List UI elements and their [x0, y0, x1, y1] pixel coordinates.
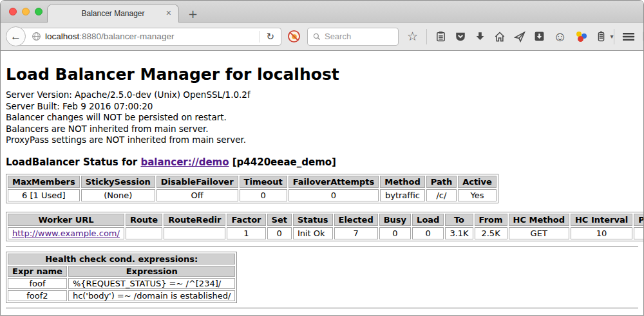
column-header: DisableFailover: [156, 176, 238, 188]
fullscreen-window-button[interactable]: [35, 8, 43, 15]
loadbalancer-status-heading: LoadBalancer Status for balancer://demo …: [6, 156, 638, 168]
worker-url-link[interactable]: http://www.example.com/: [12, 228, 120, 238]
smiley-icon[interactable]: ☺: [553, 30, 567, 43]
maxmembers-cell: 6 [1 Used]: [8, 189, 80, 201]
status-cell: Init Ok: [293, 227, 333, 239]
toolbar-right-group: [614, 29, 644, 44]
home-icon[interactable]: [494, 31, 506, 42]
column-header: Load: [412, 214, 444, 226]
proxypass-notice-line: ProxyPass settings are NOT inherited fro…: [6, 135, 638, 146]
browser-window: Balancer Manager × + ← localhost:8880/ba…: [0, 0, 644, 316]
column-header: Route: [126, 214, 162, 226]
column-header: Factor: [227, 214, 265, 226]
search-input[interactable]: [325, 32, 393, 41]
search-icon: [313, 32, 321, 41]
table-header-row: Worker URL Route RouteRedir Factor Set S…: [8, 214, 644, 226]
column-header: Timeout: [240, 176, 287, 188]
balancer-demo-link[interactable]: balancer://demo: [140, 156, 229, 168]
load-cell: 0: [412, 227, 444, 239]
table-header-row: MaxMembers StickySession DisableFailover…: [8, 176, 497, 188]
window-controls: [9, 8, 43, 15]
page-title: Load Balancer Manager for localhost: [6, 65, 638, 84]
status-prefix: LoadBalancer Status for: [6, 156, 140, 168]
column-header: Method: [380, 176, 424, 188]
health-table-title: Health check cond. expressions:: [8, 254, 235, 265]
toolbar-icons: ☆: [407, 29, 614, 44]
passes-cell: 1 (0): [634, 227, 644, 239]
colored-dots-addon-icon[interactable]: [576, 31, 587, 42]
table-row: 6 [1 Used] (None) Off 0 0 bytraffic /c/ …: [8, 189, 497, 201]
url-path: :8880/balancer-manager: [79, 32, 174, 41]
hc-interval-cell: 10: [571, 227, 632, 239]
minimize-window-button[interactable]: [22, 8, 30, 15]
column-header: Worker URL: [8, 214, 124, 226]
globe-icon: [32, 32, 41, 41]
expression-cell: %{REQUEST_STATUS} =~ /^[234]/: [68, 278, 236, 289]
routeredir-cell: [164, 227, 225, 239]
download-manager-icon[interactable]: [534, 31, 545, 42]
table-row: foof %{REQUEST_STATUS} =~ /^[234]/: [8, 278, 235, 289]
column-header: Path: [426, 176, 457, 188]
column-header: Status: [293, 214, 333, 226]
download-arrow-icon[interactable]: [475, 31, 486, 42]
expr-name-cell: foof: [8, 278, 67, 289]
from-cell: 2.5K: [475, 227, 507, 239]
column-header: StickySession: [81, 176, 155, 188]
send-plane-icon[interactable]: [514, 31, 526, 42]
status-suffix: [p4420eeae_demo]: [229, 156, 336, 168]
url-host: localhost: [45, 32, 79, 41]
column-header: Busy: [379, 214, 411, 226]
url-bar[interactable]: localhost:8880/balancer-manager ↻: [15, 28, 281, 46]
section-divider: [6, 308, 638, 309]
column-header: Passes: [634, 214, 644, 226]
back-button[interactable]: ←: [6, 26, 26, 46]
route-cell: [126, 227, 162, 239]
column-header: From: [475, 214, 507, 226]
active-cell: Yes: [458, 189, 497, 201]
column-header: HC Interval: [571, 214, 632, 226]
server-built-line: Server Built: Feb 9 2016 07:00:20: [6, 101, 638, 113]
bookmark-star-icon[interactable]: ☆: [407, 30, 418, 42]
new-tab-button[interactable]: +: [188, 8, 198, 20]
path-cell: /c/: [426, 189, 457, 201]
column-header: Active: [458, 176, 497, 188]
column-header: HC Method: [509, 214, 569, 226]
pocket-icon[interactable]: [455, 31, 466, 42]
back-arrow-icon: ←: [10, 30, 21, 43]
set-cell: 0: [267, 227, 292, 239]
tab-title: Balancer Manager: [81, 9, 144, 18]
elected-cell: 7: [334, 227, 378, 239]
close-window-button[interactable]: [9, 8, 17, 15]
disablefailover-cell: Off: [156, 189, 238, 201]
reload-icon[interactable]: ↻: [260, 31, 281, 42]
balancer-status-table: MaxMembers StickySession DisableFailover…: [6, 174, 498, 203]
inherit-notice-line: Balancers are NOT inherited from main se…: [6, 124, 638, 135]
battery-addon-icon[interactable]: [596, 31, 607, 42]
navigation-toolbar: ← localhost:8880/balancer-manager ↻: [1, 23, 643, 51]
column-header: RouteRedir: [164, 214, 225, 226]
toolbar-divider: [614, 29, 614, 44]
column-header: To: [445, 214, 473, 226]
clipboard-icon[interactable]: [435, 31, 446, 42]
column-header: Expression: [68, 266, 236, 277]
worker-table: Worker URL Route RouteRedir Factor Set S…: [6, 212, 644, 241]
worker-row: http://www.example.com/ 1 0 Init Ok 7 0 …: [8, 227, 644, 239]
column-header: Set: [267, 214, 292, 226]
failoverattempts-cell: 0: [289, 189, 379, 201]
close-tab-icon[interactable]: ×: [166, 8, 171, 17]
column-header: Expr name: [8, 266, 67, 277]
health-check-table: Health check cond. expressions: Expr nam…: [6, 252, 237, 303]
column-header: Elected: [334, 214, 378, 226]
content-blocked-icon[interactable]: [287, 30, 301, 43]
to-cell: 3.1K: [445, 227, 473, 239]
search-box[interactable]: [307, 28, 399, 46]
table-row: foof2 hc('body') =~ /domain is establish…: [8, 290, 235, 301]
method-cell: bytraffic: [380, 189, 424, 201]
column-header: MaxMembers: [8, 176, 80, 188]
toolbar-divider: [426, 29, 427, 44]
tab-balancer-manager[interactable]: Balancer Manager ×: [47, 4, 179, 23]
busy-cell: 0: [379, 227, 411, 239]
expr-name-cell: foof2: [8, 290, 67, 301]
stickysession-cell: (None): [81, 189, 155, 201]
hamburger-menu-icon[interactable]: [622, 32, 635, 42]
